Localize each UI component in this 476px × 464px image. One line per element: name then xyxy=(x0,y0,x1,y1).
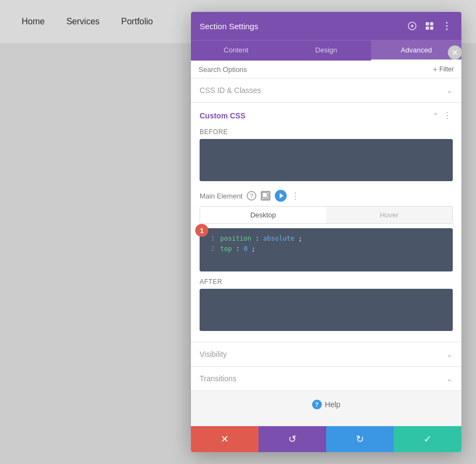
close-button[interactable] xyxy=(448,45,461,59)
css-id-header-right: ⌄ xyxy=(446,86,453,95)
help-question-icon[interactable]: ? xyxy=(247,191,256,201)
before-label: Before xyxy=(200,128,453,136)
save-button[interactable]: ✓ xyxy=(394,426,461,452)
transitions-title: Transitions xyxy=(200,374,236,383)
svg-rect-4 xyxy=(430,26,433,30)
transitions-header[interactable]: Transitions ⌄ xyxy=(191,367,461,390)
more-options-icon[interactable] xyxy=(441,20,453,32)
custom-css-header[interactable]: Custom CSS ⌄ ⋮ xyxy=(191,103,461,128)
custom-css-chevron: ⌄ xyxy=(432,111,439,120)
custom-css-body: Before Main Element ? ⋮ xyxy=(191,128,461,342)
main-element-label: Main Element xyxy=(200,192,242,200)
code-line-2: 2 top : 0 ; xyxy=(205,244,447,254)
cancel-icon: ✕ xyxy=(221,433,229,445)
css-id-section: CSS ID & Classes ⌄ xyxy=(191,78,461,103)
code-colon-2: : xyxy=(236,245,243,253)
panel-title: Section Settings xyxy=(200,22,258,31)
code-semi-1: ; xyxy=(299,235,302,242)
before-textarea[interactable] xyxy=(200,139,453,181)
code-colon-1: : xyxy=(255,235,263,242)
undo-icon: ↺ xyxy=(288,433,296,445)
search-input[interactable] xyxy=(199,65,307,74)
css-id-title: CSS ID & Classes xyxy=(200,86,261,95)
filter-button[interactable]: + Filter xyxy=(433,65,454,74)
tab-content[interactable]: Content xyxy=(191,41,281,61)
after-label: After xyxy=(200,278,453,286)
layout-icon[interactable] xyxy=(424,20,435,32)
css-id-header[interactable]: CSS ID & Classes ⌄ xyxy=(191,78,461,102)
code-semi-2: ; xyxy=(252,245,255,253)
custom-css-section: Custom CSS ⌄ ⋮ Before Main Element ? xyxy=(191,103,461,342)
visibility-header[interactable]: Visibility ⌄ xyxy=(191,342,461,366)
css-id-chevron: ⌄ xyxy=(446,86,453,95)
code-prop-1: position xyxy=(220,235,252,242)
svg-point-6 xyxy=(446,25,448,27)
panel-body: + Filter CSS ID & Classes ⌄ Custom CSS ⌄… xyxy=(191,61,461,426)
svg-rect-3 xyxy=(426,26,429,30)
help-row: ? Help xyxy=(191,391,461,418)
play-icon[interactable] xyxy=(275,190,287,202)
redo-button[interactable]: ↻ xyxy=(326,426,394,452)
after-textarea[interactable] xyxy=(200,289,453,331)
code-editor-wrapper: 1 1 position : absolute ; 2 xyxy=(200,228,453,271)
bottom-bar: ✕ ↺ ↻ ✓ xyxy=(191,426,461,452)
spacer xyxy=(191,418,461,426)
search-bar: + Filter xyxy=(191,61,461,78)
visibility-section: Visibility ⌄ xyxy=(191,342,461,367)
line-num-1: 1 xyxy=(205,234,215,244)
badge-number: 1 xyxy=(195,224,208,237)
code-prop-2: top xyxy=(220,245,232,253)
main-element-row: Main Element ? ⋮ xyxy=(200,190,453,202)
tab-design[interactable]: Design xyxy=(281,41,372,61)
cancel-button[interactable]: ✕ xyxy=(191,426,259,452)
undo-button[interactable]: ↺ xyxy=(259,426,326,452)
svg-point-5 xyxy=(446,22,448,24)
panel-tabs: Content Design Advanced xyxy=(191,40,461,61)
section-settings-panel: Section Settings xyxy=(191,12,461,452)
sub-tabs: Desktop Hover xyxy=(200,206,453,224)
transitions-section: Transitions ⌄ xyxy=(191,367,461,391)
transitions-header-right: ⌄ xyxy=(446,374,453,383)
svg-rect-1 xyxy=(426,22,429,25)
transitions-chevron: ⌄ xyxy=(446,374,453,383)
sub-tab-hover[interactable]: Hover xyxy=(326,207,452,223)
plus-icon: + xyxy=(433,65,437,74)
code-val-2: 0 xyxy=(243,245,247,253)
svg-point-7 xyxy=(446,29,448,30)
custom-css-more-icon[interactable]: ⋮ xyxy=(443,110,453,121)
code-val-1: absolute xyxy=(263,235,294,242)
copy-icon[interactable] xyxy=(261,191,270,201)
svg-rect-9 xyxy=(262,193,267,197)
visibility-title: Visibility xyxy=(200,350,227,359)
custom-css-title: Custom CSS xyxy=(200,111,246,120)
code-content-1: position : absolute ; xyxy=(220,234,302,244)
panel-header-icons xyxy=(406,20,453,32)
main-element-more-icon[interactable]: ⋮ xyxy=(291,191,301,201)
filter-label: Filter xyxy=(439,65,454,73)
code-editor[interactable]: 1 position : absolute ; 2 top xyxy=(200,228,453,271)
panel-header: Section Settings xyxy=(191,12,461,40)
redo-icon: ↻ xyxy=(356,433,364,445)
help-label[interactable]: Help xyxy=(325,400,341,409)
visibility-header-right: ⌄ xyxy=(446,350,453,359)
expand-icon[interactable] xyxy=(406,20,418,32)
save-icon: ✓ xyxy=(424,433,432,445)
svg-rect-8 xyxy=(263,194,268,198)
line-num-2: 2 xyxy=(205,244,215,254)
sub-tab-desktop[interactable]: Desktop xyxy=(200,207,326,223)
svg-rect-2 xyxy=(430,22,433,25)
code-content-2: top : 0 ; xyxy=(220,244,255,254)
custom-css-header-right: ⌄ ⋮ xyxy=(432,110,453,121)
help-circle-icon[interactable]: ? xyxy=(312,400,322,409)
visibility-chevron: ⌄ xyxy=(446,350,453,359)
code-line-1: 1 position : absolute ; xyxy=(205,234,447,244)
